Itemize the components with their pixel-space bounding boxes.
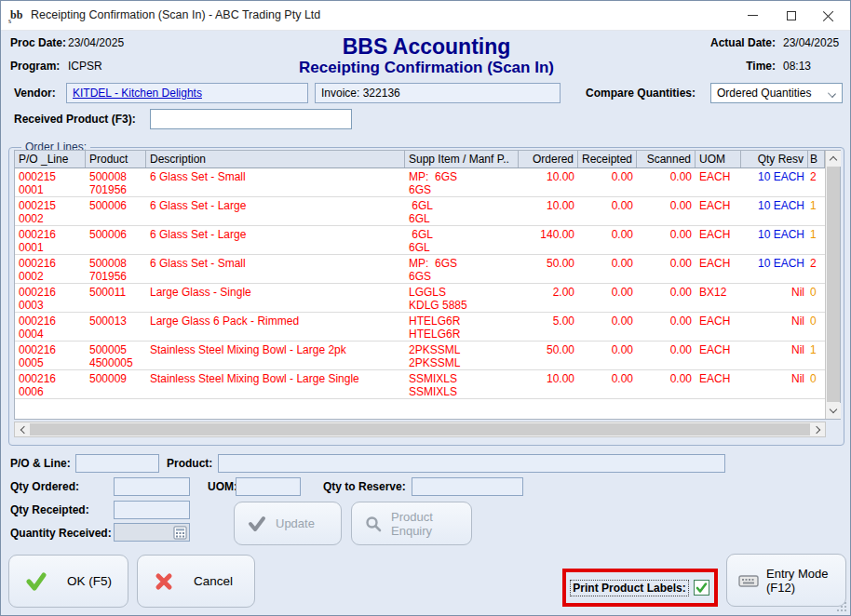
actual-date-value: 23/04/2025 <box>783 36 839 49</box>
magnifier-icon <box>365 516 382 532</box>
proc-date-label: Proc Date: <box>10 36 66 49</box>
table-row[interactable]: 0002160003 500011 Large Glass - Single L… <box>15 284 825 313</box>
scroll-left-icon[interactable] <box>15 422 30 436</box>
col-header-ordered[interactable]: Ordered <box>519 151 578 167</box>
col-header-scanned[interactable]: Scanned <box>637 151 696 167</box>
product-label: Product: <box>167 457 212 470</box>
qty-ordered-label: Qty Ordered: <box>10 480 79 493</box>
invoice-field: Invoice: 322136 <box>315 83 561 103</box>
minimize-icon <box>748 15 758 16</box>
checkbox-check-icon <box>696 583 708 594</box>
update-button[interactable]: Update <box>234 502 342 545</box>
col-header-uom[interactable]: UOM <box>696 151 741 167</box>
minimize-button[interactable] <box>736 1 768 30</box>
table-row[interactable]: 0002160004 500013 Large Glass 6 Pack - R… <box>15 313 825 341</box>
col-header-po-line[interactable]: P/O _Line <box>15 151 86 167</box>
cancel-x-icon <box>155 572 173 591</box>
actual-date-label: Actual Date: <box>653 36 776 49</box>
close-button[interactable] <box>813 1 844 30</box>
proc-date-value: 23/04/2025 <box>68 36 124 49</box>
col-header-receipted[interactable]: Receipted <box>578 151 637 167</box>
check-icon <box>248 516 266 532</box>
qty-to-reserve-label: Qty to Reserve: <box>323 480 406 493</box>
chevron-down-icon <box>828 89 836 98</box>
entry-mode-button[interactable]: Entry Mode (F12) <box>726 554 846 607</box>
vendor-label: Vendor: <box>14 87 56 100</box>
app-title: BBS Accounting <box>194 34 659 60</box>
product-enquiry-button[interactable]: Product Enquiry <box>351 502 472 545</box>
po-line-label: P/O & Line: <box>10 457 71 470</box>
horizontal-scroll-thumb[interactable] <box>30 423 810 435</box>
quantity-received-field[interactable] <box>114 523 190 542</box>
svg-text:bb: bb <box>10 8 23 21</box>
received-product-input[interactable] <box>150 109 352 129</box>
table-row[interactable]: 0002160002 500008701956 6 Glass Set - Sm… <box>15 255 825 284</box>
program-label: Program: <box>10 60 60 73</box>
table-row[interactable]: 0002160005 5000054500005 Stainless Steel… <box>15 341 825 370</box>
resize-grip[interactable] <box>836 601 847 612</box>
print-product-labels-checkbox[interactable] <box>694 580 709 596</box>
horizontal-scrollbar[interactable] <box>14 422 826 437</box>
uom-label: UOM: <box>208 480 237 493</box>
table-row[interactable]: 0002160006 500009 Stainless Steel Mixing… <box>15 370 825 399</box>
print-labels-annotation: Print Product Labels: <box>562 569 718 607</box>
keyboard-icon <box>738 573 759 588</box>
receipting-confirmation-window: bb s Receipting Confirmation (Scan In) -… <box>0 0 851 616</box>
table-row[interactable]: 0002150001 500008701956 6 Glass Set - Sm… <box>15 168 825 197</box>
grid-body: 0002150001 500008701956 6 Glass Set - Sm… <box>15 168 825 403</box>
compare-quantities-select[interactable]: Ordered Quantities <box>710 83 843 103</box>
qty-to-reserve-field[interactable] <box>412 477 523 496</box>
table-row[interactable]: 0002160001 500006 6 Glass Set - Large 6G… <box>15 226 825 255</box>
col-header-clipped[interactable]: B <box>808 151 825 167</box>
order-lines-grid: P/O _Line Product Description Supp Item … <box>14 150 841 420</box>
quantity-received-label: Quantity Received: <box>10 527 112 540</box>
invoice-text: Invoice: 322136 <box>321 87 400 100</box>
maximize-icon <box>787 11 796 20</box>
vertical-scroll-thumb[interactable] <box>827 167 840 402</box>
maximize-button[interactable] <box>776 1 807 30</box>
window-title: Receipting Confirmation (Scan In) - ABC … <box>31 8 320 21</box>
titlebar: bb s Receipting Confirmation (Scan In) -… <box>1 1 850 31</box>
col-header-product[interactable]: Product <box>86 151 146 167</box>
compare-quantities-label: Compare Quantities: <box>586 87 696 100</box>
calculator-icon[interactable] <box>173 526 187 540</box>
qty-receipted-field[interactable] <box>114 501 190 519</box>
vendor-field[interactable]: KITDEL - Kitchen Delights <box>66 83 308 103</box>
print-product-labels-label: Print Product Labels: <box>571 581 687 596</box>
time-label: Time: <box>653 60 776 73</box>
vertical-scrollbar[interactable] <box>825 151 840 419</box>
ok-check-icon <box>26 572 47 591</box>
scroll-down-icon[interactable] <box>826 403 841 419</box>
scroll-right-icon[interactable] <box>810 422 825 436</box>
scroll-up-icon[interactable] <box>826 151 841 167</box>
product-field[interactable] <box>218 454 725 473</box>
close-icon <box>823 10 834 21</box>
uom-field[interactable] <box>236 477 301 496</box>
app-icon: bb s <box>8 7 25 24</box>
received-product-label: Received Product (F3): <box>14 113 136 126</box>
time-value: 08:13 <box>783 60 811 73</box>
table-row[interactable]: 0002150002 500006 6 Glass Set - Large 6G… <box>15 197 825 226</box>
grid-header-row: P/O _Line Product Description Supp Item … <box>15 151 825 168</box>
col-header-description[interactable]: Description <box>146 151 405 167</box>
po-line-field[interactable] <box>75 454 159 473</box>
program-value: ICPSR <box>68 60 102 73</box>
qty-ordered-field[interactable] <box>114 477 190 496</box>
screen-title: Receipting Confirmation (Scan In) <box>194 59 659 77</box>
svg-text:s: s <box>8 17 11 24</box>
col-header-supp-item[interactable]: Supp Item / Manf P.. <box>405 151 519 167</box>
col-header-qty-resv[interactable]: Qty Resv <box>741 151 808 167</box>
ok-button[interactable]: OK (F5) <box>8 555 128 608</box>
compare-quantities-value: Ordered Quantities <box>717 87 811 100</box>
vendor-link[interactable]: KITDEL - Kitchen Delights <box>73 87 202 100</box>
cancel-button[interactable]: Cancel <box>137 555 255 608</box>
qty-receipted-label: Qty Receipted: <box>10 503 89 516</box>
table-row[interactable]: 0002160007 500002700228 Stainless Steel … <box>15 399 825 403</box>
